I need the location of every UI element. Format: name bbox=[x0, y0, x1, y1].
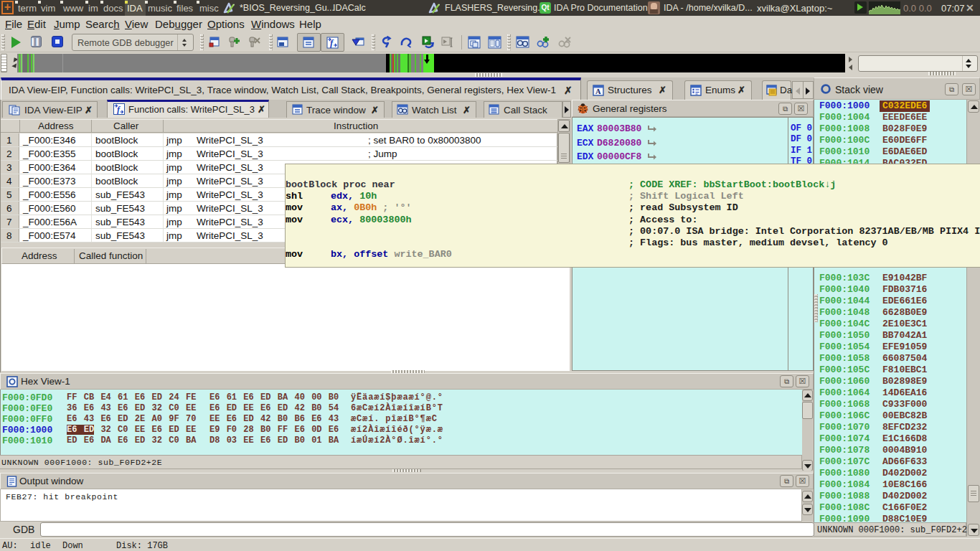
svg-text:A: A bbox=[595, 88, 601, 95]
